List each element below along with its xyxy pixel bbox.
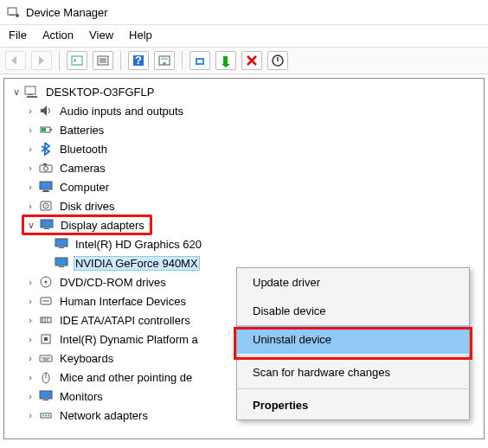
help-button[interactable]: ?	[128, 51, 149, 70]
highlight-display-adapters: ∨ Display adapters	[22, 214, 152, 235]
toolbar-separator	[59, 51, 60, 70]
display-adapter-icon	[38, 217, 55, 233]
svg-rect-14	[223, 56, 228, 64]
computer-icon	[23, 84, 41, 99]
device-category-batteries[interactable]: › Batteries	[6, 120, 484, 139]
device-category-audio[interactable]: › Audio inputs and outputs	[6, 101, 484, 120]
expander-icon[interactable]: ›	[23, 106, 37, 116]
category-label[interactable]: DVD/CD-ROM drives	[58, 275, 168, 290]
expander-icon[interactable]: ›	[23, 372, 37, 382]
menu-view[interactable]: View	[89, 29, 113, 42]
expander-icon[interactable]: ›	[23, 296, 37, 306]
category-label[interactable]: Batteries	[58, 123, 106, 138]
category-label[interactable]: IDE ATA/ATAPI controllers	[58, 313, 192, 328]
category-label[interactable]: Keyboards	[58, 351, 115, 366]
svg-point-55	[42, 415, 44, 417]
toolbar: ?	[0, 48, 488, 74]
install-button[interactable]	[215, 51, 236, 70]
svg-rect-31	[41, 220, 53, 227]
device-item-intel-graphics[interactable]: › Intel(R) HD Graphics 620	[6, 234, 484, 253]
expander-icon[interactable]: ›	[23, 163, 37, 173]
expander-icon[interactable]: ›	[23, 315, 37, 325]
display-adapter-icon	[53, 236, 70, 252]
titlebar: Device Manager	[0, 0, 488, 25]
category-label[interactable]: Bluetooth	[58, 142, 109, 157]
category-label[interactable]: Mice and other pointing de	[58, 370, 194, 385]
root-label[interactable]: DESKTOP-O3FGFLP	[44, 85, 156, 99]
category-label[interactable]: Monitors	[58, 389, 105, 404]
device-category-display[interactable]: ∨ Display adapters	[6, 215, 484, 234]
mouse-icon	[37, 369, 55, 385]
svg-rect-20	[50, 129, 52, 131]
forward-button[interactable]	[31, 51, 52, 70]
svg-point-30	[45, 205, 47, 207]
svg-point-38	[45, 281, 48, 284]
category-label[interactable]: Cameras	[58, 161, 107, 176]
category-label[interactable]: Computer	[58, 180, 111, 195]
svg-rect-27	[42, 191, 49, 192]
update-driver-button[interactable]	[189, 51, 210, 70]
svg-rect-0	[8, 8, 16, 15]
expander-icon[interactable]: ∨	[10, 86, 23, 98]
svg-rect-16	[25, 86, 35, 94]
category-label[interactable]: Audio inputs and outputs	[58, 104, 185, 118]
keyboard-icon	[37, 350, 55, 366]
uninstall-button[interactable]	[241, 51, 262, 70]
optical-drive-icon	[37, 274, 55, 290]
toolbar-separator	[120, 51, 121, 70]
svg-rect-3	[72, 56, 82, 65]
tree-root[interactable]: ∨ DESKTOP-O3FGFLP	[6, 82, 484, 101]
device-label[interactable]: Intel(R) HD Graphics 620	[74, 237, 203, 252]
expander-icon[interactable]: ›	[23, 277, 37, 287]
speaker-icon	[37, 103, 55, 118]
category-label[interactable]: Human Interface Devices	[58, 294, 188, 309]
back-button[interactable]	[5, 51, 26, 70]
camera-icon	[37, 160, 55, 176]
device-tree[interactable]: ∨ DESKTOP-O3FGFLP › Audio inputs and out…	[3, 78, 485, 439]
context-item-disable-device[interactable]: Disable device	[237, 297, 469, 325]
category-label[interactable]: Disk drives	[58, 199, 117, 214]
expander-icon[interactable]: ›	[23, 391, 37, 401]
device-category-bluetooth[interactable]: › Bluetooth	[6, 139, 484, 158]
expander-icon[interactable]: ›	[23, 334, 37, 344]
svg-rect-52	[40, 391, 52, 399]
device-category-computer[interactable]: › Computer	[6, 177, 484, 196]
expander-icon[interactable]: ›	[23, 410, 37, 420]
svg-rect-1	[10, 15, 15, 16]
monitor-icon	[37, 388, 55, 404]
category-label[interactable]: Display adapters	[59, 218, 146, 233]
expander-icon[interactable]: ›	[23, 144, 37, 154]
bluetooth-icon	[37, 141, 55, 157]
menu-action[interactable]: Action	[42, 29, 74, 42]
context-item-update-driver[interactable]: Update driver	[237, 268, 469, 297]
app-icon	[7, 5, 21, 19]
svg-rect-53	[43, 400, 48, 400]
expander-icon[interactable]: ›	[23, 201, 37, 211]
device-category-diskdrives[interactable]: › Disk drives	[6, 196, 484, 215]
context-item-scan-hardware[interactable]: Scan for hardware changes	[237, 358, 469, 387]
svg-rect-34	[59, 247, 64, 248]
properties-button[interactable]	[93, 51, 113, 70]
scan-button[interactable]	[154, 51, 175, 70]
disk-icon	[37, 198, 55, 214]
menu-file[interactable]: File	[9, 29, 27, 42]
expander-icon[interactable]: ›	[23, 353, 37, 363]
svg-rect-18	[27, 96, 37, 98]
category-label[interactable]: Intel(R) Dynamic Platform a	[58, 332, 200, 347]
device-label[interactable]: NVIDIA GeForce 940MX	[74, 256, 200, 271]
hid-icon	[37, 293, 55, 309]
show-hide-tree-button[interactable]	[67, 51, 87, 70]
svg-rect-46	[44, 337, 48, 341]
expander-icon[interactable]: ∨	[24, 220, 38, 231]
svg-rect-13	[197, 60, 202, 63]
disable-button[interactable]	[267, 51, 288, 70]
expander-icon[interactable]: ›	[23, 125, 37, 135]
context-item-properties[interactable]: Properties	[237, 391, 469, 419]
monitor-icon	[37, 179, 55, 195]
svg-rect-24	[43, 163, 47, 165]
category-label[interactable]: Network adapters	[58, 408, 150, 423]
menu-help[interactable]: Help	[129, 29, 152, 42]
display-adapter-icon	[53, 255, 70, 271]
expander-icon[interactable]: ›	[23, 182, 37, 192]
device-category-cameras[interactable]: › Cameras	[6, 158, 484, 177]
